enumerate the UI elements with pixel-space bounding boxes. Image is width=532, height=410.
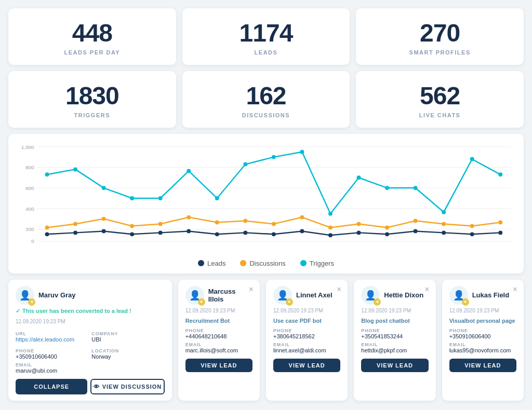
line-chart: 1,000 800 600 400 200 0 Aug 23 Aug 25 Au… — [19, 142, 513, 246]
svg-point-48 — [102, 216, 106, 221]
chart-legend: Leads Discussions Triggers — [19, 259, 513, 267]
svg-point-43 — [442, 210, 446, 214]
stat-card-live-chats: 562 LIVE CHATS — [356, 71, 524, 128]
lead-bot-marcuss: Recruitment Bot — [185, 318, 252, 324]
svg-point-66 — [130, 232, 134, 236]
lead-phone-linnet: +380645218562 — [273, 333, 340, 339]
stats-row-1: 448 LEADS PER DAY 1174 LEADS 270 SMART P… — [8, 8, 524, 65]
view-lead-button-linnet[interactable]: VIEW LEAD — [273, 359, 340, 372]
svg-point-74 — [357, 230, 361, 235]
lead-name-linnet: Linnet Axel — [296, 291, 332, 299]
check-icon: ✓ — [16, 308, 20, 315]
stat-label-discussions: DISCUSSIONS — [193, 112, 340, 118]
svg-point-56 — [328, 225, 332, 229]
stat-value-triggers: 1830 — [19, 83, 166, 110]
lead-name-lukas: Lukas Field — [472, 291, 510, 299]
verified-badge: ★ — [28, 298, 35, 306]
view-lead-button-lukas[interactable]: VIEW LEAD — [449, 359, 516, 372]
stat-label-live-chats: LIVE CHATS — [366, 112, 513, 118]
lead-email-lukas: lukas95@novoform.com — [449, 347, 516, 353]
svg-point-78 — [470, 232, 474, 236]
lead-name-marcuss: Marcuss Illois — [208, 288, 252, 303]
avatar-hettie: 👤 ★ — [361, 286, 380, 305]
legend-label-leads: Leads — [207, 259, 225, 267]
svg-point-42 — [414, 186, 418, 190]
stat-label-triggers: TRIGGERS — [19, 112, 166, 118]
lead-phone-lukas: +350910606400 — [449, 333, 516, 339]
svg-point-59 — [414, 218, 418, 223]
stat-value-live-chats: 562 — [366, 83, 513, 110]
close-button-lukas[interactable]: × — [513, 285, 517, 294]
lead-card-hettie: × 👤 ★ Hettie Dixon 12.09.2020 19:23 PM B… — [354, 280, 435, 401]
svg-point-29 — [45, 172, 49, 176]
svg-point-75 — [385, 232, 389, 236]
svg-point-61 — [470, 224, 474, 228]
svg-point-39 — [328, 211, 332, 215]
svg-point-37 — [272, 155, 276, 159]
legend-label-discussions: Discussions — [249, 259, 285, 267]
lead-bot-linnet: Use case PDF bot — [273, 318, 340, 324]
view-discussion-button[interactable]: 👁 VIEW DISCUSSION — [90, 379, 164, 394]
collapse-button[interactable]: COLLAPSE — [16, 379, 87, 394]
lead-name-hettie: Hettie Dixon — [384, 291, 423, 299]
svg-point-40 — [357, 175, 361, 180]
svg-point-69 — [215, 232, 219, 236]
svg-point-58 — [385, 225, 389, 229]
svg-point-35 — [215, 196, 219, 200]
lead-card-header: 👤 ★ Maruv Gray — [16, 286, 165, 305]
lead-phone: +350910606400 — [16, 353, 88, 360]
avatar-marcuss: 👤 ★ — [185, 286, 204, 305]
close-button-marcuss[interactable]: × — [249, 285, 254, 294]
svg-point-31 — [102, 186, 106, 190]
lead-email-hettie: hettdix@pkpf.com — [361, 347, 428, 353]
svg-text:200: 200 — [25, 226, 34, 232]
svg-text:1,000: 1,000 — [21, 144, 34, 149]
avatar-maruv-gray: 👤 ★ — [16, 286, 34, 305]
view-lead-button-marcuss[interactable]: VIEW LEAD — [185, 359, 252, 372]
lead-card-header-marcuss: 👤 ★ Marcuss Illois — [185, 286, 252, 305]
view-lead-button-hettie[interactable]: VIEW LEAD — [361, 359, 428, 372]
lead-card-linnet: × 👤 ★ Linnet Axel 12.09.2020 19:23 PM Us… — [266, 280, 348, 401]
lead-card-lukas: × 👤 ★ Lukas Field 12.09.2020 19:23 PM Vi… — [442, 280, 524, 401]
lead-bot-hettie: Blog post chatbot — [361, 318, 428, 324]
lead-email: maruv@ubi.com — [16, 367, 165, 374]
svg-point-79 — [498, 230, 502, 235]
svg-point-57 — [357, 222, 361, 226]
stat-value-leads-per-day: 448 — [19, 20, 166, 47]
dashboard: 448 LEADS PER DAY 1174 LEADS 270 SMART P… — [8, 8, 524, 401]
svg-text:600: 600 — [25, 185, 34, 191]
lead-bot-lukas: Visualbot personal page — [449, 318, 516, 324]
lead-name-maruv-gray: Maruv Gray — [38, 291, 76, 299]
verified-badge-linnet: ★ — [286, 298, 293, 306]
chart-container: 1,000 800 600 400 200 0 Aug 23 Aug 25 Au… — [19, 142, 513, 256]
converted-badge: ✓ This user has been converted to a lead… — [16, 308, 165, 315]
legend-dot-discussions — [240, 260, 246, 266]
lead-details-grid: URL https://alex.leadoo.com Company UBI … — [16, 329, 165, 360]
lead-phone-hettie: +350541853244 — [361, 333, 428, 339]
chart-card: 1,000 800 600 400 200 0 Aug 23 Aug 25 Au… — [8, 134, 524, 274]
svg-text:800: 800 — [25, 165, 34, 170]
stat-card-leads: 1174 LEADS — [182, 8, 350, 65]
svg-point-38 — [300, 149, 304, 154]
lead-email-linnet: linnet.axel@aldi.com — [273, 347, 340, 353]
verified-badge-lukas: ★ — [462, 298, 469, 306]
legend-dot-leads — [198, 260, 204, 266]
stat-label-smart-profiles: SMART PROFILES — [366, 49, 513, 56]
lead-location: Norway — [91, 353, 164, 360]
legend-dot-triggers — [300, 260, 307, 266]
svg-point-72 — [300, 229, 304, 233]
svg-point-44 — [470, 157, 474, 161]
stat-value-discussions: 162 — [193, 83, 340, 110]
stat-label-leads-per-day: LEADS PER DAY — [19, 49, 166, 56]
svg-point-52 — [215, 220, 219, 224]
close-button-hettie[interactable]: × — [424, 285, 429, 294]
svg-point-55 — [300, 215, 304, 219]
close-button-linnet[interactable]: × — [337, 285, 341, 294]
lead-timestamp-maruv: 12.09.2020 19:23 PM — [16, 319, 165, 324]
stat-label-leads: LEADS — [193, 49, 340, 56]
lead-timestamp-linnet: 12.09.2020 19:23 PM — [273, 308, 340, 313]
avatar-lukas: 👤 ★ — [449, 286, 468, 305]
svg-point-33 — [158, 196, 163, 200]
stats-row-2: 1830 TRIGGERS 162 DISCUSSIONS 562 LIVE C… — [8, 71, 524, 128]
svg-point-32 — [130, 196, 134, 200]
